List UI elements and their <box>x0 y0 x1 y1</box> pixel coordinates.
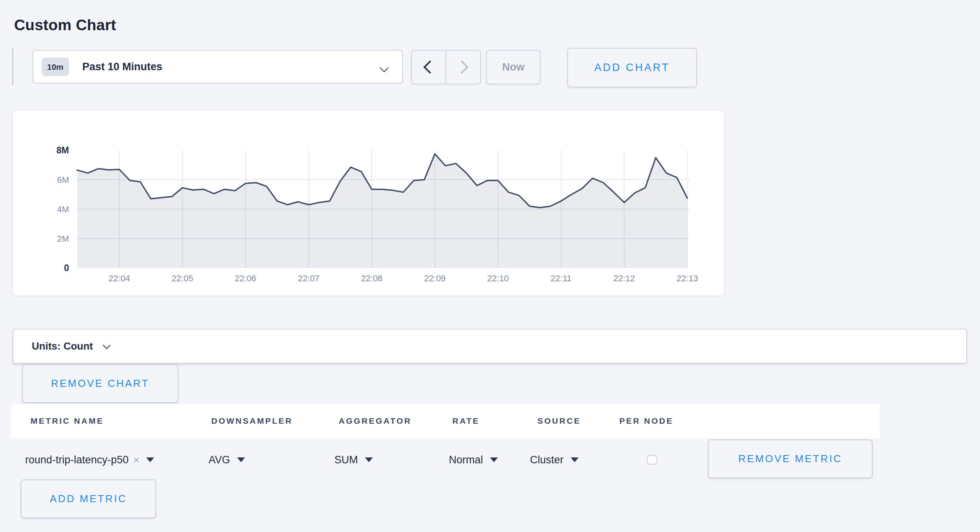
remove-metric-button[interactable]: REMOVE METRIC <box>708 439 873 478</box>
chart-area-fill <box>77 154 687 268</box>
x-tick-label: 22:06 <box>235 273 256 283</box>
y-tick-label: 4M <box>57 204 69 214</box>
y-tick-label: 8M <box>56 145 69 155</box>
chevron-left-icon <box>423 60 437 74</box>
y-tick-label: 0 <box>64 263 69 273</box>
x-tick-label: 22:09 <box>424 273 446 283</box>
aggregator-select[interactable]: SUM <box>334 452 373 468</box>
chevron-right-icon <box>455 60 468 74</box>
units-label: Units: Count <box>32 340 93 352</box>
add-metric-button[interactable]: ADD METRIC <box>21 479 156 518</box>
column-source: SOURCE <box>537 416 581 426</box>
downsampler-select[interactable]: AVG <box>209 452 245 468</box>
column-aggregator: AGGREGATOR <box>339 416 412 426</box>
per-node-checkbox[interactable] <box>647 455 657 465</box>
next-time-button[interactable] <box>446 50 481 84</box>
caret-down-icon <box>237 457 245 462</box>
y-tick-label: 6M <box>57 175 69 185</box>
now-button[interactable]: Now <box>486 50 541 84</box>
x-tick-label: 22:12 <box>613 273 635 283</box>
prev-time-button[interactable] <box>411 50 445 84</box>
units-dropdown[interactable]: Units: Count <box>13 329 967 364</box>
time-window-label: Past 10 Minutes <box>82 61 162 73</box>
caret-down-icon <box>571 457 579 462</box>
metric-name-select[interactable]: round-trip-latency-p50 × <box>25 452 154 468</box>
x-tick-label: 22:07 <box>298 273 319 283</box>
x-tick-label: 22:04 <box>109 273 130 283</box>
caret-down-icon <box>490 457 498 462</box>
column-downsampler: DOWNSAMPLER <box>211 416 293 426</box>
clear-metric-icon[interactable]: × <box>133 454 139 466</box>
caret-down-icon <box>146 457 154 462</box>
toolbar-divider <box>12 48 13 85</box>
caret-down-icon <box>365 457 373 462</box>
column-metric-name: METRIC NAME <box>31 416 104 426</box>
chevron-down-icon <box>380 64 389 73</box>
page-title: Custom Chart <box>14 16 116 34</box>
column-rate: RATE <box>452 416 480 426</box>
metrics-table-header: METRIC NAME DOWNSAMPLER AGGREGATOR RATE … <box>11 404 880 439</box>
x-tick-label: 22:11 <box>551 273 572 283</box>
remove-chart-button[interactable]: REMOVE CHART <box>22 364 178 403</box>
time-window-badge: 10m <box>42 58 69 76</box>
chevron-down-icon <box>103 341 111 349</box>
source-select[interactable]: Cluster <box>530 452 579 468</box>
rate-select[interactable]: Normal <box>449 452 498 468</box>
add-chart-button[interactable]: ADD CHART <box>567 48 697 87</box>
x-tick-label: 22:08 <box>361 273 383 283</box>
column-per-node: PER NODE <box>619 416 673 426</box>
x-tick-label: 22:10 <box>487 273 509 283</box>
x-tick-label: 22:13 <box>677 273 698 283</box>
custom-chart-svg[interactable]: 22:0422:0522:0622:0722:0822:0922:1022:11… <box>13 111 724 295</box>
chart-card: 22:0422:0522:0622:0722:0822:0922:1022:11… <box>13 110 724 296</box>
x-tick-label: 22:05 <box>172 273 193 283</box>
time-window-dropdown[interactable]: 10m Past 10 Minutes <box>33 50 403 84</box>
y-tick-label: 2M <box>57 234 69 244</box>
